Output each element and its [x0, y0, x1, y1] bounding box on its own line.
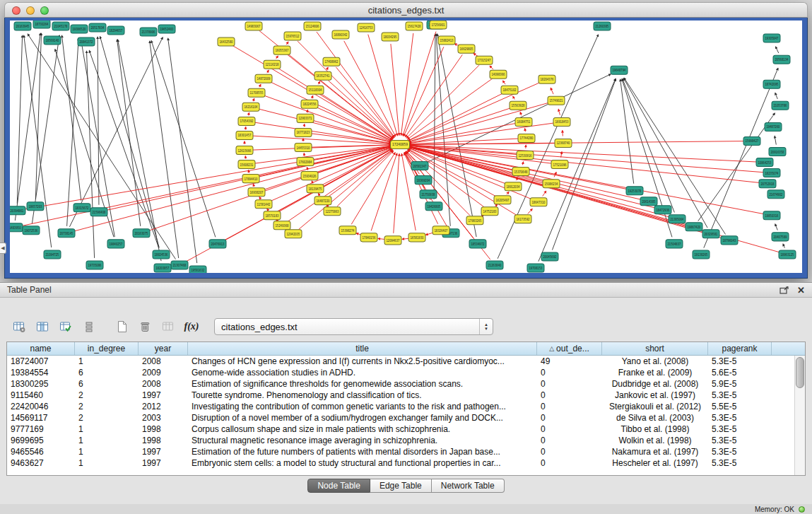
graph-node[interactable]: 18742095 — [763, 80, 780, 88]
table-row[interactable]: 946554611997Estimation of the future num… — [7, 446, 805, 457]
graph-node[interactable]: 16173592 — [514, 215, 531, 223]
graph-node[interactable]: 16938207 — [248, 188, 265, 197]
graph-node[interactable]: 15124806 — [304, 22, 321, 30]
graph-node[interactable]: 18534972 — [469, 240, 486, 248]
graph-node[interactable]: 15086234 — [543, 180, 560, 188]
panel-collapse-handle[interactable]: ◀ — [0, 243, 6, 254]
graph-node[interactable]: 16352741 — [314, 71, 331, 80]
network-canvas[interactable]: 2016394518730264210451781938652020517834… — [10, 21, 802, 273]
graph-node[interactable]: 19648794 — [611, 66, 628, 74]
graph-node[interactable]: 12615666 — [236, 146, 253, 154]
graph-node[interactable]: 20614385 — [640, 197, 657, 206]
graph-node[interactable]: 14752183 — [481, 207, 498, 216]
graph-node[interactable]: 21483950 — [10, 223, 23, 232]
column-header-out_de[interactable]: △out_de... — [537, 342, 602, 355]
column-header-year[interactable]: year — [139, 342, 188, 355]
graph-node[interactable]: 20394861 — [10, 206, 25, 215]
graph-node[interactable]: 15617428 — [406, 22, 423, 30]
graph-node[interactable]: 15370648 — [512, 168, 529, 176]
graph-node[interactable]: 12094637 — [384, 236, 401, 245]
graph-node[interactable]: 17521096 — [551, 160, 568, 169]
show-columns-button[interactable] — [33, 317, 52, 336]
graph-node[interactable]: 20329581 — [702, 230, 719, 238]
graph-node[interactable]: 18924536 — [153, 250, 170, 259]
graph-node[interactable]: 20045692 — [541, 252, 558, 261]
graph-node[interactable]: 18796043 — [721, 236, 738, 245]
graph-node[interactable]: 20916358 — [769, 148, 786, 156]
column-header-short[interactable]: short — [602, 342, 708, 355]
graph-node[interactable]: 15249368 — [273, 221, 290, 230]
graph-node[interactable]: 15976512 — [284, 32, 301, 40]
graph-node[interactable]: 15934026 — [301, 172, 318, 180]
graph-node[interactable]: 16205497 — [494, 196, 511, 204]
graph-node[interactable]: 16629805 — [458, 45, 475, 53]
tab-edge-table[interactable]: Edge Table — [370, 479, 432, 493]
graph-node[interactable]: 12368740 — [555, 139, 572, 147]
graph-node[interactable]: 18647310 — [530, 198, 547, 206]
graph-node[interactable]: 16084751 — [515, 117, 532, 126]
graph-node[interactable]: 17894410 — [242, 175, 259, 183]
graph-node[interactable]: 21053786 — [772, 101, 789, 110]
graph-node[interactable]: 16890342 — [332, 30, 349, 39]
graph-node[interactable]: 19253078 — [626, 187, 643, 195]
graph-node[interactable]: 18570183 — [264, 211, 281, 220]
column-header-name[interactable]: name — [7, 342, 75, 355]
graph-node[interactable]: 12416753 — [358, 23, 375, 32]
graph-node[interactable]: 17602984 — [297, 158, 314, 166]
graph-node[interactable]: 17744280 — [518, 134, 535, 142]
graph-node[interactable]: 19735086 — [86, 261, 103, 269]
graph-node[interactable]: 18369204 — [415, 176, 432, 185]
table-row[interactable]: 1456911722003Disruption of a novel membe… — [7, 412, 805, 424]
graph-node[interactable]: 15998427 — [743, 136, 760, 145]
graph-node[interactable]: 21674902 — [767, 190, 784, 199]
window-titlebar[interactable]: citations_edges.txt — [4, 2, 808, 18]
graph-node[interactable]: 17840156 — [360, 233, 377, 242]
graph-node[interactable]: 21045178 — [52, 22, 69, 30]
graph-node[interactable]: 19305847 — [763, 34, 780, 42]
graph-node[interactable]: 19652483 — [158, 25, 175, 33]
graph-node[interactable]: 16771823 — [295, 128, 312, 136]
graph-node[interactable]: 19072536 — [23, 226, 40, 235]
graph-node[interactable]: 17240859 — [391, 140, 410, 148]
graph-node[interactable]: 21263840 — [486, 261, 503, 269]
table-panel-titlebar[interactable]: Table Panel ✕ — [0, 283, 812, 298]
graph-node[interactable]: 21596408 — [90, 208, 107, 216]
graph-node[interactable]: 20568134 — [773, 55, 790, 64]
graph-node[interactable]: 18235074 — [763, 169, 780, 177]
graph-node[interactable]: 18204376 — [539, 75, 555, 83]
table-row[interactable]: 1830029562008Estimation of significance … — [7, 378, 805, 390]
graph-node[interactable]: 18224556 — [301, 100, 318, 108]
table-selector-dropdown[interactable]: citations_edges.txt ▲▼ — [214, 318, 493, 335]
graph-node[interactable]: 17054392 — [238, 117, 255, 125]
graph-node[interactable]: 18472936 — [654, 206, 671, 214]
graph-node[interactable]: 16581930 — [408, 233, 425, 242]
graph-node[interactable]: 20476913 — [209, 240, 226, 248]
graph-node[interactable]: 20163075 — [133, 229, 150, 238]
table-scrollbar[interactable] — [794, 356, 805, 475]
graph-node[interactable]: 15749021 — [548, 96, 565, 105]
graph-node[interactable]: 21378906 — [140, 28, 157, 36]
graph-node[interactable]: 20841372 — [78, 37, 95, 46]
graph-node[interactable]: 20752918 — [759, 180, 776, 188]
graph-node[interactable]: 19138265 — [693, 250, 710, 259]
column-header-pagerank[interactable]: pagerank — [708, 342, 772, 355]
import-table-button[interactable] — [159, 317, 177, 336]
graph-node[interactable]: 16487220 — [314, 197, 331, 205]
graph-node[interactable]: 15608231 — [238, 160, 255, 169]
select-rows-button[interactable] — [57, 317, 75, 336]
graph-node[interactable]: 21307468 — [171, 261, 188, 269]
close-panel-icon[interactable]: ✕ — [797, 286, 805, 294]
close-button[interactable] — [12, 6, 20, 15]
table-row[interactable]: 1872400712008Changes of HCN gene express… — [7, 356, 805, 367]
citation-network-graph[interactable]: 2016394518730264210451781938652020517834… — [10, 21, 802, 273]
table-row[interactable]: 1938455462009Genome-wide association stu… — [7, 367, 805, 378]
graph-node[interactable]: 12530916 — [517, 151, 534, 160]
graph-node[interactable]: 19850316 — [763, 211, 780, 220]
float-window-icon[interactable] — [779, 286, 789, 294]
graph-node[interactable]: 10864253 — [756, 158, 773, 167]
graph-node[interactable]: 12116218 — [264, 60, 281, 69]
graph-node[interactable]: 21504837 — [666, 240, 683, 248]
graph-node[interactable]: 19426805 — [425, 202, 442, 211]
graph-node[interactable]: 14983067 — [245, 22, 262, 30]
graph-node[interactable]: 21385064 — [669, 215, 686, 223]
